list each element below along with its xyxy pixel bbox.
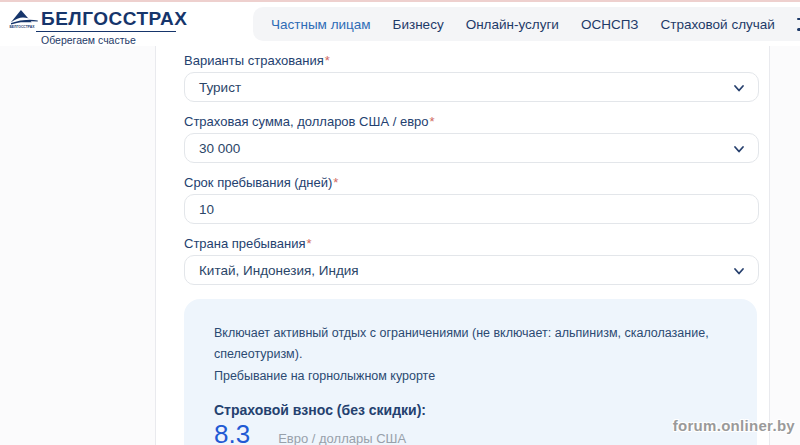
logo-tagline: Оберегаем счастье <box>41 34 136 46</box>
destination-country-select[interactable]: Китай, Индонезия, Индия <box>184 255 759 285</box>
brand-logo[interactable]: БЕЛГОССТРАХ БЕЛГОССТРАХ Оберегаем счасть… <box>8 6 188 46</box>
field-insured-sum: Страховая сумма, долларов США / евро* 30… <box>184 114 759 163</box>
logo-brand-text: БЕЛГОССТРАХ <box>41 8 187 30</box>
field-label: Варианты страхования* <box>184 53 759 68</box>
premium-value: 8.3 <box>214 419 250 445</box>
premium-row: 8.3 Евро / доллары США <box>214 419 729 445</box>
field-label: Срок пребывания (дней)* <box>184 175 759 190</box>
site-header: БЕЛГОССТРАХ БЕЛГОССТРАХ Оберегаем счасть… <box>0 2 800 46</box>
coverage-note: Включает активный отдых с ограничениями … <box>214 323 729 387</box>
nav-item-insurance-case[interactable]: Страховой случай <box>661 17 775 32</box>
chevron-down-icon <box>732 264 746 278</box>
calculator-form-card: Варианты страхования* Турист Страховая с… <box>155 46 770 445</box>
stay-duration-input[interactable] <box>199 202 744 217</box>
stay-duration-control <box>184 194 759 224</box>
field-insurance-variant: Варианты страхования* Турист <box>184 53 759 102</box>
required-asterisk: * <box>325 53 330 68</box>
watermark: forum.onliner.by <box>673 417 795 434</box>
coverage-note-line2: Пребывание на горнолыжном курорте <box>214 366 729 387</box>
nav-item-osnspz[interactable]: ОСНСПЗ <box>581 17 639 32</box>
premium-label: Страховой взнос (без скидки): <box>214 402 729 418</box>
coverage-note-line1: Включает активный отдых с ограничениями … <box>214 323 729 366</box>
logo-small-text: БЕЛГОССТРАХ <box>9 25 35 29</box>
insured-sum-select[interactable]: 30 000 <box>184 133 759 163</box>
select-value: 30 000 <box>199 141 240 156</box>
select-value: Китай, Индонезия, Индия <box>199 263 359 278</box>
premium-result-box: Включает активный отдых с ограничениями … <box>184 299 757 445</box>
field-destination-country: Страна пребывания* Китай, Индонезия, Инд… <box>184 236 759 285</box>
logo-divider <box>36 31 176 32</box>
nav-item-online-services[interactable]: Онлайн-услуги <box>466 17 559 32</box>
chevron-down-icon <box>732 142 746 156</box>
field-label: Страна пребывания* <box>184 236 759 251</box>
nav-item-private-clients[interactable]: Частным лицам <box>271 17 371 32</box>
required-asterisk: * <box>306 236 311 251</box>
insurance-variant-select[interactable]: Турист <box>184 72 759 102</box>
chevron-down-icon <box>732 81 746 95</box>
required-asterisk: * <box>333 175 338 190</box>
premium-currency: Евро / доллары США <box>278 431 406 445</box>
main-nav: Частным лицам Бизнесу Онлайн-услуги ОСНС… <box>253 7 800 41</box>
field-label: Страховая сумма, долларов США / евро* <box>184 114 759 129</box>
mountain-logo-icon: БЕЛГОССТРАХ <box>8 7 40 33</box>
select-value: Турист <box>199 80 241 95</box>
nav-item-business[interactable]: Бизнесу <box>393 17 444 32</box>
field-stay-duration: Срок пребывания (дней)* <box>184 175 759 224</box>
required-asterisk: * <box>430 114 435 129</box>
